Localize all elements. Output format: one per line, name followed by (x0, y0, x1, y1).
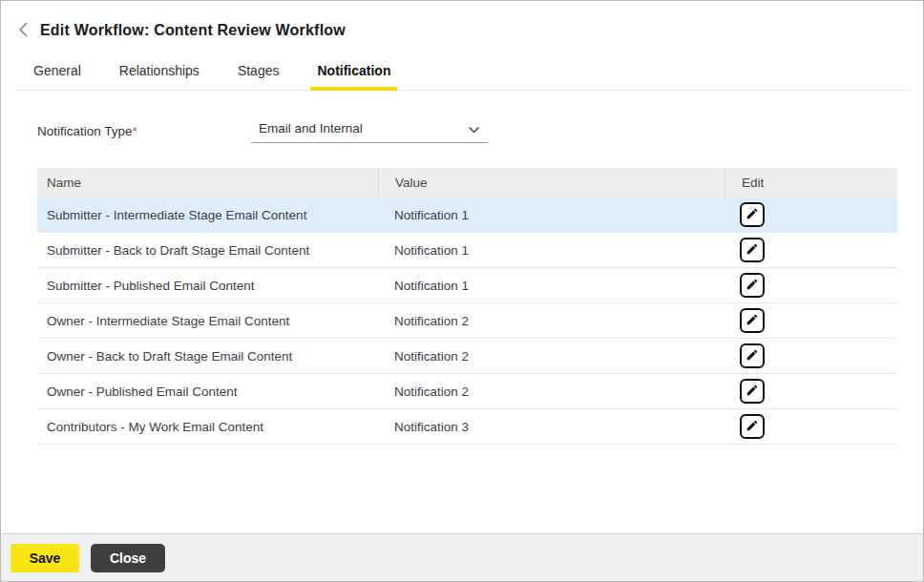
back-button[interactable] (13, 21, 32, 40)
table-row[interactable]: Contributors - My Work Email ContentNoti… (37, 409, 897, 445)
table-header: Name Value Edit (37, 168, 897, 197)
row-value: Notification 2 (378, 349, 724, 364)
notification-type-label: Notification Type* (37, 124, 251, 138)
row-name: Submitter - Back to Draft Stage Email Co… (37, 243, 378, 258)
pencil-icon (746, 207, 759, 223)
row-value: Notification 2 (378, 314, 724, 328)
column-header-name: Name (37, 168, 378, 197)
footer-bar: Save Close (1, 533, 923, 581)
edit-row-button[interactable] (740, 379, 765, 404)
row-edit-cell (724, 414, 897, 439)
column-header-value: Value (378, 168, 724, 197)
chevron-left-icon (18, 21, 29, 41)
row-name: Owner - Back to Draft Stage Email Conten… (37, 349, 378, 364)
tab-general[interactable]: General (27, 63, 88, 91)
notification-type-selected-value: Email and Internal (259, 121, 363, 135)
edit-row-button[interactable] (740, 238, 765, 262)
save-button[interactable]: Save (10, 544, 79, 572)
row-name: Submitter - Intermediate Stage Email Con… (37, 208, 378, 222)
tab-relationships[interactable]: Relationships (113, 63, 206, 91)
edit-workflow-window: Edit Workflow: Content Review Workflow G… (0, 0, 924, 582)
row-name: Owner - Published Email Content (37, 385, 378, 399)
tab-notification[interactable]: Notification (310, 63, 397, 91)
row-edit-cell (724, 308, 897, 333)
column-header-edit: Edit (724, 168, 897, 197)
pencil-icon (746, 242, 759, 259)
table-row[interactable]: Submitter - Published Email ContentNotif… (37, 268, 897, 303)
row-value: Notification 2 (378, 385, 724, 399)
table-row[interactable]: Submitter - Intermediate Stage Email Con… (37, 197, 897, 233)
pencil-icon (746, 348, 759, 364)
pencil-icon (746, 313, 759, 329)
page-title: Edit Workflow: Content Review Workflow (40, 22, 346, 39)
edit-row-button[interactable] (740, 414, 765, 439)
notification-type-row: Notification Type* Email and Internal (37, 118, 897, 143)
tab-stages[interactable]: Stages (231, 63, 286, 91)
pencil-icon (746, 419, 759, 435)
notifications-table: Name Value Edit Submitter - Intermediate… (37, 168, 897, 445)
row-name: Owner - Intermediate Stage Email Content (37, 314, 378, 328)
close-button[interactable]: Close (91, 544, 165, 572)
notification-type-label-text: Notification Type (37, 124, 133, 138)
titlebar: Edit Workflow: Content Review Workflow (1, 1, 923, 40)
edit-row-button[interactable] (740, 308, 765, 333)
edit-row-button[interactable] (740, 343, 765, 368)
tab-bar: General Relationships Stages Notificatio… (14, 61, 911, 91)
table-row[interactable]: Owner - Published Email ContentNotificat… (37, 374, 897, 409)
row-edit-cell (724, 273, 897, 298)
table-row[interactable]: Owner - Intermediate Stage Email Content… (37, 303, 897, 339)
row-edit-cell (724, 343, 897, 368)
chevron-down-icon (468, 120, 480, 137)
required-marker: * (133, 124, 137, 138)
row-edit-cell (724, 202, 897, 227)
row-edit-cell (724, 379, 897, 404)
edit-row-button[interactable] (740, 273, 765, 298)
row-value: Notification 1 (378, 279, 724, 293)
row-value: Notification 1 (378, 208, 724, 222)
table-row[interactable]: Submitter - Back to Draft Stage Email Co… (37, 233, 897, 268)
row-value: Notification 1 (378, 243, 724, 258)
notification-type-select[interactable]: Email and Internal (251, 118, 488, 143)
pencil-icon (746, 384, 759, 400)
table-body: Submitter - Intermediate Stage Email Con… (37, 197, 897, 445)
table-row[interactable]: Owner - Back to Draft Stage Email Conten… (37, 339, 897, 374)
row-name: Contributors - My Work Email Content (37, 420, 378, 434)
pencil-icon (746, 278, 759, 294)
row-name: Submitter - Published Email Content (37, 279, 378, 293)
row-value: Notification 3 (378, 420, 724, 434)
edit-row-button[interactable] (740, 202, 765, 227)
row-edit-cell (724, 238, 897, 262)
